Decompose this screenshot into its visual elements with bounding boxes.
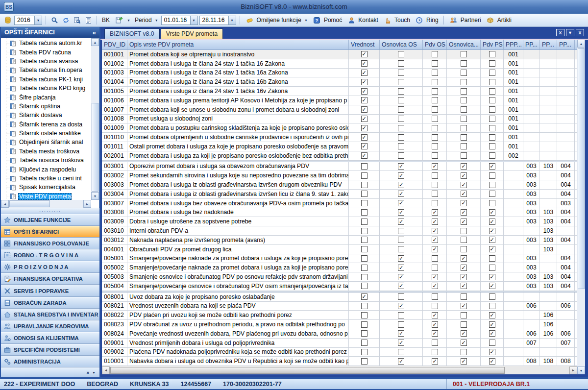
table-row[interactable]: 001010Promet dobara otpremljenih u slobo… bbox=[102, 133, 577, 142]
table-row[interactable]: 001006Promet dobara i usluga prema terit… bbox=[102, 96, 577, 105]
close-icon[interactable]: X bbox=[556, 29, 564, 36]
checkbox-vrednost[interactable]: ✓ bbox=[361, 97, 368, 103]
column-header-pdv-id[interactable]: PDV_ID bbox=[102, 40, 127, 49]
checkbox-vrednost[interactable] bbox=[361, 303, 368, 309]
checkbox-pdv-os[interactable] bbox=[432, 106, 438, 113]
checkbox-pdv-os[interactable]: ✓ bbox=[432, 246, 438, 252]
year-select[interactable]: 2016 ▼ bbox=[14, 16, 42, 25]
checkbox-osnovica-ps[interactable] bbox=[461, 97, 467, 103]
tree-item-ifarnik-op-tina[interactable]: Šifarnik opština bbox=[1, 102, 91, 111]
checkbox-osnovica-os[interactable] bbox=[398, 106, 404, 113]
table-row[interactable]: 005004Smanjenje/povećanje osnovice i obr… bbox=[102, 282, 577, 291]
checkbox-osnovica-os[interactable]: ✓ bbox=[398, 172, 404, 179]
scrollbar-thumb[interactable] bbox=[110, 367, 505, 374]
table-row[interactable]: 001004Promet dobara i usluga iz člana 24… bbox=[102, 77, 577, 87]
checkbox-vrednost[interactable]: ✓ bbox=[361, 51, 368, 57]
checkbox-osnovica-ps[interactable]: ✓ bbox=[461, 219, 467, 225]
scroll-left-icon[interactable]: ◄ bbox=[102, 366, 110, 374]
tree-item-spisak-komercijalista[interactable]: Spisak komercijalista bbox=[1, 183, 91, 192]
checkbox-vrednost[interactable] bbox=[361, 163, 368, 170]
checkbox-pdv-os[interactable]: ✓ bbox=[432, 228, 438, 234]
preview-button[interactable] bbox=[72, 15, 82, 25]
checkbox-osnovica-ps[interactable]: ✓ bbox=[461, 303, 467, 309]
chevron-down-icon[interactable]: ▼ bbox=[127, 19, 130, 22]
period-dropdown[interactable]: Period ▼ bbox=[133, 15, 160, 25]
checkbox-osnovica-ps[interactable]: ✓ bbox=[461, 191, 467, 197]
table-row[interactable]: 001011Ostali promet dobara i usluga za k… bbox=[102, 142, 577, 151]
checkbox-vrednost[interactable]: ✓ bbox=[361, 70, 368, 76]
table-row[interactable]: 001001Promet dobara koji se otpremaju u … bbox=[102, 50, 577, 59]
checkbox-osnovica-ps[interactable] bbox=[461, 246, 467, 252]
tree-item-tabela-razlike-u-ceni-int[interactable]: Tabela razlike u ceni int bbox=[1, 174, 91, 183]
checkbox-osnovica-ps[interactable] bbox=[461, 312, 467, 318]
checkbox-osnovica-os[interactable] bbox=[398, 134, 404, 141]
checkbox-pdv-ps[interactable]: ✓ bbox=[489, 349, 495, 355]
checkbox-vrednost[interactable] bbox=[361, 237, 368, 243]
column-header-pp[interactable]: PP... bbox=[540, 40, 557, 49]
tree-item-tabela-ra-una-autom-kr[interactable]: Tabela računa autom.kr bbox=[1, 39, 91, 48]
checkbox-osnovica-ps[interactable] bbox=[461, 293, 467, 300]
checkbox-osnovica-os[interactable] bbox=[398, 321, 404, 328]
tree-item-ifarnik-terena-za-dosta[interactable]: Šifarnik terena za dosta bbox=[1, 120, 91, 129]
sidebar-item-obra-un-zarada[interactable]: OBRAČUN ZARADA bbox=[1, 297, 99, 309]
checkbox-pdv-ps[interactable]: ✓ bbox=[489, 209, 495, 216]
scrollbar-thumb[interactable] bbox=[92, 103, 98, 192]
checkbox-pdv-os[interactable] bbox=[432, 152, 438, 159]
table-row[interactable]: 008024Povećanje vrednosti uvezenih dobar… bbox=[102, 329, 577, 339]
checkbox-vrednost[interactable] bbox=[361, 255, 368, 262]
checkbox-vrednost[interactable]: ✓ bbox=[361, 125, 368, 131]
column-header-osnovica-os[interactable]: Osnovica OS bbox=[380, 40, 423, 49]
checkbox-pdv-ps[interactable]: ✓ bbox=[489, 274, 495, 280]
sidebar-item-stalna-sredstva-i-inventar[interactable]: STALNA SREDSTVA I INVENTAR bbox=[1, 309, 99, 320]
checkbox-pdv-ps[interactable]: ✓ bbox=[489, 219, 495, 225]
checkbox-pdv-ps[interactable] bbox=[489, 143, 495, 149]
tab-vrste-pdv-prometa[interactable]: Vrste PDV prometa bbox=[161, 28, 223, 39]
checkbox-vrednost[interactable] bbox=[361, 330, 368, 337]
checkbox-vrednost[interactable] bbox=[361, 172, 368, 179]
refresh-button[interactable] bbox=[61, 15, 71, 25]
checkbox-osnovica-os[interactable]: ✓ bbox=[398, 358, 404, 365]
tree-item-tabela-ra-una-fin-opera[interactable]: Tabela računa fin.opera bbox=[1, 66, 91, 74]
chevron-down-icon[interactable]: ▼ bbox=[34, 16, 42, 24]
date-from-input[interactable]: 01.01.16 ▼ bbox=[161, 16, 198, 25]
checkbox-pdv-os[interactable] bbox=[432, 200, 438, 206]
checkbox-vrednost[interactable]: ✓ bbox=[361, 134, 368, 141]
checkbox-osnovica-os[interactable]: ✓ bbox=[398, 209, 404, 216]
checkbox-pdv-os[interactable]: ✓ bbox=[432, 358, 438, 365]
tree-item-tabela-pdv-ra-una[interactable]: Tabela PDV računa bbox=[1, 48, 91, 56]
checkbox-pdv-os[interactable] bbox=[432, 134, 438, 141]
checkbox-osnovica-ps[interactable]: ✓ bbox=[461, 330, 467, 337]
checkbox-osnovica-ps[interactable]: ✓ bbox=[461, 209, 467, 216]
tab-biznisoft[interactable]: BIZNISOFT v8.0 bbox=[104, 28, 160, 39]
sidebar-item-p-r-o-i-z-v-o-d-n-j-a[interactable]: P R O I Z V O D N J A bbox=[1, 261, 99, 273]
checkbox-osnovica-ps[interactable]: ✓ bbox=[461, 163, 467, 170]
checkbox-osnovica-os[interactable] bbox=[398, 293, 404, 300]
checkbox-pdv-ps[interactable] bbox=[489, 88, 495, 95]
articles-button[interactable]: Artikli bbox=[484, 15, 513, 25]
checkbox-osnovica-ps[interactable]: ✓ bbox=[461, 265, 467, 271]
checkbox-osnovica-os[interactable] bbox=[398, 88, 404, 95]
table-row[interactable]: 002001Promet dobara i usluga za koji je … bbox=[102, 151, 577, 161]
table-row[interactable]: 005003Smanjenje osnovice i obračunatog P… bbox=[102, 272, 577, 282]
scroll-down-icon[interactable]: ▼ bbox=[91, 192, 99, 200]
checkbox-osnovica-os[interactable] bbox=[398, 79, 404, 85]
checkbox-pdv-ps[interactable] bbox=[489, 60, 495, 67]
table-row[interactable]: 003004Promet dobara i usluga iz oblasti … bbox=[102, 190, 577, 199]
checkbox-pdv-os[interactable] bbox=[432, 97, 438, 103]
checkbox-pdv-ps[interactable] bbox=[489, 200, 495, 206]
table-row[interactable]: 008022PDV plaćen pri uvozu koji se može … bbox=[102, 311, 577, 320]
checkbox-pdv-os[interactable]: ✓ bbox=[432, 219, 438, 225]
checkbox-vrednost[interactable]: ✓ bbox=[361, 79, 368, 85]
checkbox-pdv-os[interactable] bbox=[432, 125, 438, 131]
checkbox-osnovica-os[interactable] bbox=[398, 312, 404, 318]
checkbox-osnovica-os[interactable]: ✓ bbox=[398, 303, 404, 309]
checkbox-pdv-os[interactable]: ✓ bbox=[432, 209, 438, 216]
close-icon[interactable]: X bbox=[576, 29, 584, 36]
checkbox-osnovica-os[interactable] bbox=[398, 143, 404, 149]
scroll-left-icon[interactable]: ◄ bbox=[1, 200, 9, 208]
checkbox-osnovica-os[interactable]: ✓ bbox=[398, 340, 404, 346]
checkbox-osnovica-os[interactable] bbox=[398, 349, 404, 355]
tree-horizontal-scrollbar[interactable]: ◄ ► bbox=[1, 200, 91, 208]
checkbox-osnovica-os[interactable] bbox=[398, 125, 404, 131]
partners-button[interactable]: Partneri bbox=[447, 15, 483, 25]
